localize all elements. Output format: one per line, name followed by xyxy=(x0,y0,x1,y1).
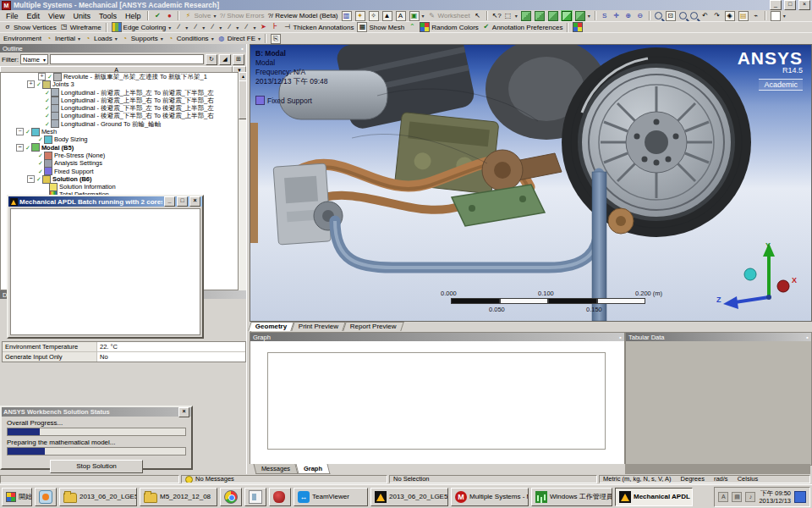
prev-view-button[interactable]: ↶ xyxy=(700,11,711,20)
select-edge-button[interactable] xyxy=(533,11,546,20)
generate-button[interactable]: ✔ xyxy=(151,11,163,20)
solve-button[interactable]: ⚡Solve xyxy=(182,11,217,20)
tree-item-body-sizing[interactable]: Body Sizing xyxy=(1,135,238,143)
input-language-icon[interactable]: A xyxy=(718,492,728,502)
detail-value[interactable]: No xyxy=(97,352,245,362)
outline-scrollbar[interactable]: ▲ xyxy=(238,72,246,290)
menu-view[interactable]: View xyxy=(44,12,69,20)
geometry-viewport[interactable]: B: Modal Modal Frequency: N/A 2013/12/13… xyxy=(250,44,812,322)
tree-item-mesh[interactable]: Mesh xyxy=(1,128,238,135)
volume-icon[interactable]: ♪ xyxy=(745,492,755,502)
viewports-button[interactable] xyxy=(769,11,787,20)
annotation-button[interactable]: A xyxy=(394,11,408,20)
worksheet-button[interactable]: ✎Worksheet xyxy=(426,11,472,20)
direction-arrow-button[interactable]: ➤ xyxy=(257,23,269,32)
status-units[interactable]: Metric (m, kg, N, s, V, A) Degrees rad/s… xyxy=(599,475,810,483)
expander-icon[interactable] xyxy=(27,80,35,88)
start-button[interactable]: 開始 xyxy=(2,488,32,506)
tree-item-longitudinal-1[interactable]: Longitudinal - 前避震_上半部_左 To 前避震_下半部_左 xyxy=(1,89,238,97)
tree-item-pre-stress[interactable]: Pre-Stress (None) xyxy=(1,152,238,159)
tree-item-revolute[interactable]: Revolute - 新版車架_吊架_左連接 To 新版下吊架_1 xyxy=(1,73,238,80)
edge-coloring-button[interactable]: Edge Coloring xyxy=(110,23,173,32)
edge-direction-5-button[interactable]: ∕ xyxy=(240,23,257,32)
taskbar-teamviewer[interactable]: ↔TeamViewer xyxy=(294,488,368,506)
tab-print-preview[interactable]: Print Preview xyxy=(292,322,347,331)
expander-icon[interactable] xyxy=(16,128,24,135)
show-mesh-button[interactable]: ▦Show Mesh xyxy=(355,23,406,32)
taskbar-image-viewer[interactable] xyxy=(244,488,266,506)
apdl-dialog-titlebar[interactable]: Mechanical APDL Batch running with 2 cor… xyxy=(8,196,202,207)
tree-item-solution-information[interactable]: Solution Information xyxy=(1,183,238,190)
tree-item-fixed-support[interactable]: Fixed Support xyxy=(1,168,238,175)
wireframe-button[interactable]: ◳Wireframe xyxy=(58,23,103,32)
taskbar-clock[interactable]: 下午 09:50 2013/12/13 xyxy=(759,489,791,505)
menu-file[interactable]: File xyxy=(2,12,23,20)
filter-input[interactable] xyxy=(50,54,204,64)
magnifier-button[interactable] xyxy=(678,11,689,20)
select-info-button[interactable]: ↖? xyxy=(491,11,502,20)
zoom-in-button[interactable]: ⊕ xyxy=(623,11,634,20)
taskbar-folder-2[interactable]: M5_2012_12_08 xyxy=(140,488,217,506)
pin-icon[interactable]: ▪ xyxy=(619,334,622,341)
extend-selection-button[interactable] xyxy=(573,11,592,20)
solution-dialog-titlebar[interactable]: ANSYS Workbench Solution Status × xyxy=(2,407,191,417)
taskbar-task-manager[interactable]: Windows 工作管理員 xyxy=(531,488,612,506)
refresh-button[interactable]: ↻ xyxy=(206,54,217,65)
zoom-out-button[interactable]: ⊖ xyxy=(634,11,646,20)
expander-icon[interactable] xyxy=(38,73,46,80)
menu-units[interactable]: Units xyxy=(69,12,95,20)
review-model-button[interactable]: ?/ Review Model (Beta) xyxy=(266,11,339,20)
loads-button[interactable]: ◔Loads xyxy=(82,34,119,43)
conditions-button[interactable]: ◔Conditions xyxy=(165,34,216,43)
taskbar-mechanical[interactable]: MMultiple Systems - Me... xyxy=(451,488,529,506)
menu-tools[interactable]: Tools xyxy=(95,12,121,20)
random-colors-button[interactable]: Random Colors xyxy=(418,23,480,32)
restore-button[interactable]: □ xyxy=(177,196,188,207)
tree-item-analysis-settings[interactable]: Analysis Settings xyxy=(1,159,238,167)
tab-report-preview[interactable]: Report Preview xyxy=(343,322,404,331)
image-button[interactable]: ▣ xyxy=(408,11,426,20)
details-row[interactable]: Generate Input Only No xyxy=(3,352,245,362)
close-button[interactable]: × xyxy=(189,196,200,207)
expander-icon[interactable] xyxy=(16,144,24,152)
tree-item-solution[interactable]: Solution (B6) xyxy=(1,175,238,183)
select-body-button[interactable] xyxy=(560,11,573,20)
pin-icon[interactable]: ▪ xyxy=(806,334,809,341)
network-icon[interactable]: ▤ xyxy=(732,492,742,502)
taskbar-red-app[interactable] xyxy=(269,488,291,506)
solution-status-dialog[interactable]: ANSYS Workbench Solution Status × Overal… xyxy=(0,406,193,470)
tab-messages[interactable]: Messages xyxy=(254,464,299,474)
show-desktop-icon[interactable] xyxy=(794,491,806,503)
inertial-button[interactable]: ◔Inertial xyxy=(43,34,82,43)
pan-button[interactable]: ✛ xyxy=(611,11,623,20)
tree-item-longitudinal-5[interactable]: Longitudinal - Ground To 前輪_輪軸 xyxy=(1,120,238,128)
triad-toggle-button[interactable]: ⌃ xyxy=(406,23,418,32)
show-errors-button[interactable]: ?/ Show Errors xyxy=(217,11,266,20)
filter-type-select[interactable]: Name xyxy=(20,54,48,64)
close-button[interactable]: × xyxy=(178,407,189,417)
apdl-batch-dialog[interactable]: Mechanical APDL Batch running with 2 cor… xyxy=(7,195,204,339)
clipboard-button[interactable]: ⎘ xyxy=(269,34,283,43)
filter-funnel-button[interactable]: ◢ xyxy=(219,54,231,65)
tag-button[interactable]: ⌁ xyxy=(750,11,762,20)
stop-solution-button[interactable]: Stop Solution xyxy=(50,460,143,473)
taskbar-folder-1[interactable]: 2013_06_20_LGE5_L... xyxy=(59,488,137,506)
taskbar-apdl[interactable]: Mechanical APDL ... xyxy=(615,488,693,506)
select-mode-button[interactable]: ⬚ xyxy=(502,11,519,20)
edge-direction-4-button[interactable]: ∕ xyxy=(223,23,240,32)
expand-all-button[interactable]: ⊞ xyxy=(233,54,244,65)
status-messages[interactable]: No Messages xyxy=(181,475,387,483)
taskbar-ansys-job[interactable]: 2013_06_20_LGE5_L... xyxy=(370,488,448,506)
edge-direction-1-button[interactable]: ∕ xyxy=(173,23,189,32)
connections-button[interactable]: ● xyxy=(163,11,175,20)
edge-direction-3-button[interactable]: ∕ xyxy=(206,23,223,32)
box-zoom-button[interactable] xyxy=(653,11,664,20)
remote-point-button[interactable]: ✧ xyxy=(367,11,381,20)
graph-plot-area[interactable] xyxy=(267,352,606,450)
menu-edit[interactable]: Edit xyxy=(23,12,45,20)
select-vertex-button[interactable] xyxy=(519,11,533,20)
taskbar-media-player[interactable] xyxy=(35,488,57,506)
tree-item-longitudinal-2[interactable]: Longitudinal - 前避震_上半部_右 To 前避震_下半部_右 xyxy=(1,97,238,104)
zoom-fit-button[interactable]: ⊡ xyxy=(664,11,678,20)
new-section-button[interactable]: ✦ xyxy=(354,11,367,20)
